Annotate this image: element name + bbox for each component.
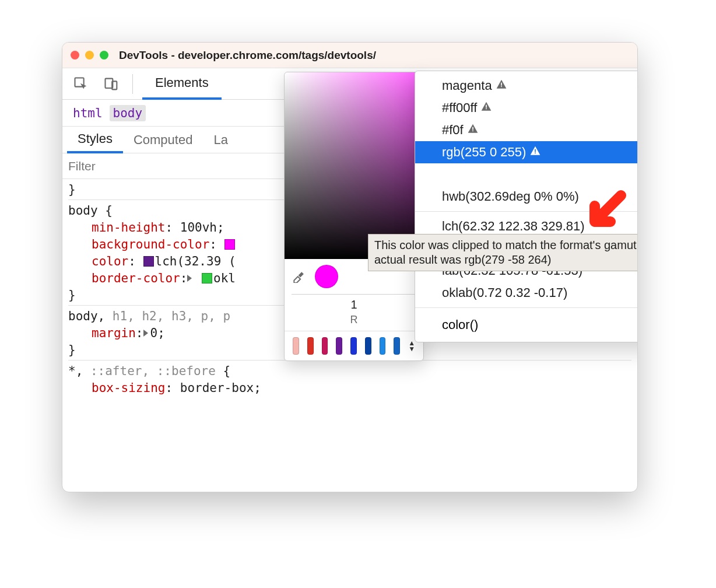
tab-styles[interactable]: Styles [67, 127, 123, 153]
alpha-value[interactable]: 1 [292, 294, 416, 312]
annotation-arrow-icon [579, 185, 631, 240]
palette-spinner[interactable]: ▲ ▼ [408, 341, 415, 351]
tab-computed[interactable]: Computed [123, 127, 203, 153]
svg-rect-5 [486, 104, 487, 107]
prop-value: 0; [150, 326, 165, 340]
prop-value: 100vh; [180, 220, 224, 235]
tab-layout-partial[interactable]: La [203, 127, 238, 153]
fmt-item-hex[interactable]: #ff00ff [415, 97, 638, 119]
svg-rect-6 [486, 108, 487, 109]
decl-box-sizing[interactable]: box-sizing: border-box; [68, 380, 631, 397]
chevron-right-icon[interactable] [143, 330, 148, 337]
prop-value: border-box; [180, 381, 261, 395]
tab-elements[interactable]: Elements [142, 69, 222, 100]
toolbar-icons [62, 72, 142, 96]
palette-row: ▲ ▼ [285, 331, 423, 360]
palette-swatch[interactable] [380, 337, 386, 355]
inspect-element-icon[interactable] [68, 72, 94, 96]
breadcrumb-html[interactable]: html [69, 105, 106, 121]
svg-rect-8 [472, 130, 473, 131]
warning-icon [467, 123, 479, 138]
chevron-down-icon: ▼ [408, 346, 415, 351]
fmt-item-oklab[interactable]: oklab(0.72 0.32 -0.17) [415, 282, 638, 304]
breadcrumb-body[interactable]: body [110, 105, 146, 121]
svg-rect-9 [535, 149, 536, 152]
prop-name: box-sizing [92, 381, 165, 395]
palette-swatch[interactable] [394, 337, 400, 355]
warning-icon [529, 145, 541, 160]
prop-value: okl [213, 271, 236, 285]
saturation-value-area[interactable] [285, 72, 423, 259]
svg-rect-7 [472, 127, 473, 130]
window-title: DevTools - developer.chrome.com/tags/dev… [119, 49, 376, 62]
fmt-item-hex-short[interactable]: #f0f [415, 119, 638, 141]
svg-rect-10 [535, 152, 536, 153]
alpha-cell: 1 R [292, 294, 416, 326]
palette-swatch[interactable] [365, 337, 371, 355]
palette-swatch[interactable] [307, 337, 314, 355]
device-toggle-icon[interactable] [99, 72, 124, 96]
alpha-label: R [292, 314, 416, 326]
toolbar-separator [132, 74, 133, 94]
zoom-window-button[interactable] [100, 51, 108, 60]
titlebar: DevTools - developer.chrome.com/tags/dev… [62, 43, 637, 68]
chevron-right-icon[interactable] [187, 275, 192, 282]
fmt-item-hsl-partial[interactable]: ) [415, 163, 638, 186]
rule-universal: *, ::after, ::before { box-sizing: borde… [68, 360, 631, 397]
svg-rect-3 [501, 82, 502, 85]
color-picker-popover: 1 R ▲ ▼ [284, 72, 424, 361]
menu-separator [415, 307, 638, 308]
warning-icon [480, 101, 492, 116]
prop-name: min-height [92, 220, 165, 235]
palette-swatch[interactable] [350, 337, 357, 355]
minimize-window-button[interactable] [85, 51, 94, 60]
traffic-lights [71, 51, 108, 60]
prop-name: color [92, 254, 128, 268]
color-swatch-purple[interactable] [143, 256, 154, 267]
color-swatch-magenta[interactable] [224, 239, 235, 250]
fmt-item-magenta[interactable]: magenta [415, 75, 638, 97]
prop-name: background-color [92, 237, 209, 251]
close-window-button[interactable] [71, 51, 79, 60]
prop-value: lch(32.39 ( [155, 254, 236, 268]
warning-icon [496, 79, 507, 93]
prop-name: border-color [92, 271, 180, 285]
palette-swatch[interactable] [322, 337, 328, 355]
prop-name: margin [92, 326, 136, 340]
devtools-window: DevTools - developer.chrome.com/tags/dev… [62, 42, 638, 492]
svg-rect-4 [501, 86, 502, 87]
fmt-item-rgb[interactable]: rgb(255 0 255) [415, 141, 638, 163]
palette-swatch[interactable] [293, 337, 299, 355]
eyedropper-icon[interactable] [292, 268, 307, 285]
current-color-swatch[interactable] [315, 265, 338, 288]
selector-universal[interactable]: *, ::after, ::before { [68, 363, 631, 380]
fmt-item-colorfn[interactable]: color() [415, 312, 638, 338]
color-swatch-green[interactable] [202, 273, 212, 284]
palette-swatch[interactable] [336, 337, 342, 355]
color-value-row: 1 R [285, 294, 423, 331]
